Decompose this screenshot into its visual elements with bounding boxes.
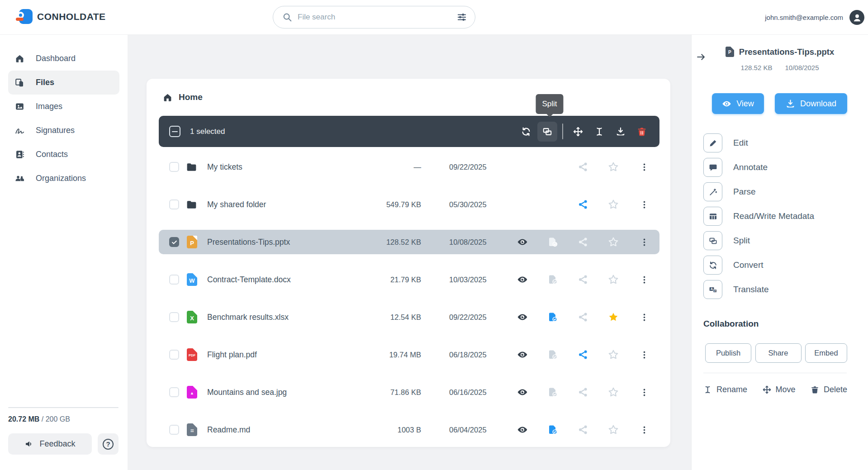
rename-button[interactable]: Rename [703,385,747,394]
more-options-button[interactable] [634,232,654,252]
sidebar-item-organizations[interactable]: Organizations [8,166,119,190]
favorite-button[interactable] [603,345,623,365]
file-name[interactable]: Mountains and sea.jpg [207,380,287,404]
file-name[interactable]: My shared folder [207,192,266,217]
favorite-button[interactable] [603,157,623,177]
action-split[interactable]: Split [703,231,814,250]
breadcrumb[interactable]: Home [163,92,203,102]
download-button[interactable]: Download [775,93,847,114]
table-row[interactable]: PDF Flight plan.pdf 19.74 MB 06/18/2025 [159,342,659,367]
action-metadata[interactable]: Read/Write Metadata [703,207,814,226]
sidebar-item-label: Images [36,102,62,111]
file-badge-letter: P [728,50,731,55]
table-row[interactable]: P Presentations-Tips.pptx 128.52 KB 10/0… [159,230,659,254]
share-button[interactable] [573,307,593,327]
more-options-button[interactable] [634,195,654,214]
select-all-checkbox[interactable] [169,126,180,137]
file-name[interactable]: Flight plan.pdf [207,342,257,367]
convert-button[interactable] [516,122,536,142]
more-options-button[interactable] [634,270,654,290]
favorite-button[interactable] [603,420,623,440]
sidebar-item-dashboard[interactable]: Dashboard [8,47,119,71]
embed-button[interactable]: Embed [805,343,847,363]
more-options-button[interactable] [634,382,654,402]
share-button[interactable] [573,157,593,177]
delete-button[interactable]: Delete [811,385,847,394]
more-options-button[interactable] [634,345,654,365]
processed-status-button[interactable] [543,270,563,290]
row-checkbox[interactable] [169,162,179,172]
more-options-button[interactable] [634,157,654,177]
share-button[interactable]: Share [755,343,802,363]
search-input[interactable] [298,13,457,22]
sidebar-item-files[interactable]: Files [8,71,119,95]
topbar: CONHOLDATE john.smith@example.com [0,0,868,35]
file-name[interactable]: Benchmark results.xlsx [207,305,289,329]
more-options-button[interactable] [634,307,654,327]
favorite-button[interactable] [603,307,623,327]
row-checkbox[interactable] [169,237,179,247]
move-button[interactable] [568,122,588,142]
table-row[interactable]: My shared folder 549.79 KB 05/30/2025 [159,192,659,217]
preview-button[interactable] [512,345,532,365]
move-button[interactable]: Move [763,385,796,394]
download-button[interactable] [611,122,631,142]
sidebar-item-contacts[interactable]: Contacts [8,142,119,166]
favorite-button[interactable] [603,195,623,214]
split-button[interactable] [537,122,557,142]
rename-icon [703,385,712,394]
share-button[interactable] [573,270,593,290]
favorite-button[interactable] [603,232,623,252]
feedback-button[interactable]: Feedback [8,433,92,455]
action-edit[interactable]: Edit [703,133,814,152]
view-button[interactable]: View [712,93,764,114]
row-checkbox[interactable] [169,275,179,285]
row-checkbox[interactable] [169,350,179,360]
preview-button[interactable] [512,232,532,252]
table-row[interactable]: ▲ Mountains and sea.jpg 71.86 KB 06/16/2… [159,380,659,404]
avatar[interactable] [849,10,864,25]
table-row[interactable]: My tickets — 09/22/2025 [159,155,659,179]
preview-button[interactable] [512,270,532,290]
merge-button[interactable] [589,122,609,142]
publish-button[interactable]: Publish [705,343,751,363]
sidebar-item-images[interactable]: Images [8,95,119,119]
favorite-button[interactable] [603,382,623,402]
action-convert[interactable]: Convert [703,256,814,275]
row-checkbox[interactable] [169,387,179,397]
share-button[interactable] [573,195,593,214]
more-options-button[interactable] [634,420,654,440]
preview-button[interactable] [512,420,532,440]
share-button[interactable] [573,420,593,440]
preview-button[interactable] [512,307,532,327]
sidebar-item-signatures[interactable]: Signatures [8,119,119,142]
processed-status-button[interactable] [543,345,563,365]
row-checkbox[interactable] [169,312,179,322]
share-button[interactable] [573,382,593,402]
favorite-button[interactable] [603,270,623,290]
file-name[interactable]: My tickets [207,155,242,179]
file-name[interactable]: Presentations-Tips.pptx [207,230,290,254]
table-row[interactable]: W Contract-Template.docx 21.79 KB 10/03/… [159,267,659,292]
share-button[interactable] [573,345,593,365]
processed-status-button[interactable] [543,382,563,402]
brand-logo[interactable]: CONHOLDATE [19,9,106,24]
share-button[interactable] [573,232,593,252]
action-translate[interactable]: A2 Translate [703,280,814,299]
row-checkbox[interactable] [169,199,179,209]
table-row[interactable]: X Benchmark results.xlsx 12.54 KB 09/22/… [159,305,659,329]
processed-status-button[interactable] [543,307,563,327]
processed-status-button[interactable] [543,420,563,440]
preview-button[interactable] [512,382,532,402]
table-row[interactable]: ≡ Readme.md 1003 B 06/04/2025 [159,418,659,442]
file-name[interactable]: Contract-Template.docx [207,267,291,292]
delete-button[interactable] [632,122,652,142]
action-annotate[interactable]: Annotate [703,158,814,177]
action-parse[interactable]: Parse [703,182,814,201]
help-button[interactable]: ? [98,433,119,455]
search-bar[interactable] [273,6,475,28]
row-checkbox[interactable] [169,425,179,435]
processed-status-button[interactable] [543,232,563,252]
file-name[interactable]: Readme.md [207,418,250,442]
search-filter-icon[interactable] [457,12,467,22]
